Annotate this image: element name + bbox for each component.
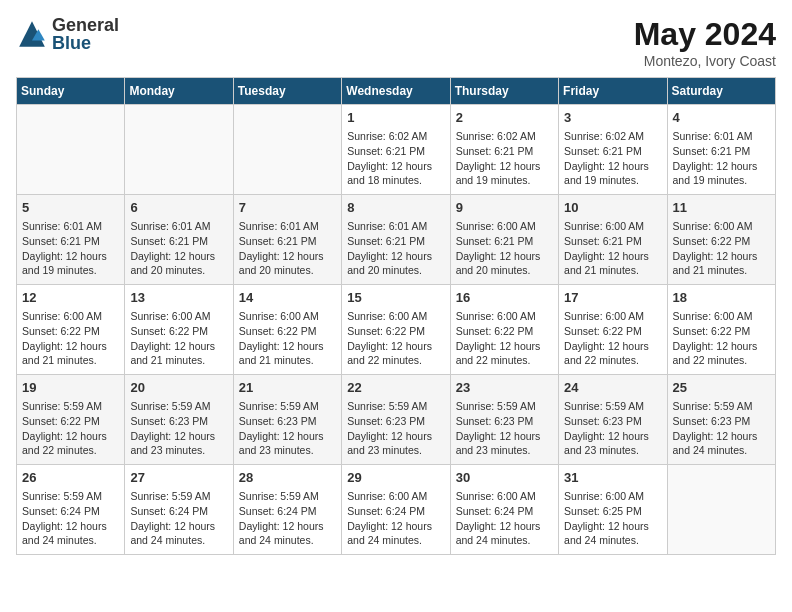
- calendar-header-thursday: Thursday: [450, 78, 558, 105]
- calendar-cell: [17, 105, 125, 195]
- day-info: Sunrise: 6:02 AM Sunset: 6:21 PM Dayligh…: [564, 129, 661, 188]
- day-number: 4: [673, 109, 770, 127]
- calendar-cell: 7Sunrise: 6:01 AM Sunset: 6:21 PM Daylig…: [233, 195, 341, 285]
- day-number: 6: [130, 199, 227, 217]
- day-number: 2: [456, 109, 553, 127]
- calendar-header-row: SundayMondayTuesdayWednesdayThursdayFrid…: [17, 78, 776, 105]
- calendar-table: SundayMondayTuesdayWednesdayThursdayFrid…: [16, 77, 776, 555]
- day-info: Sunrise: 6:00 AM Sunset: 6:22 PM Dayligh…: [347, 309, 444, 368]
- day-info: Sunrise: 6:02 AM Sunset: 6:21 PM Dayligh…: [456, 129, 553, 188]
- calendar-cell: 5Sunrise: 6:01 AM Sunset: 6:21 PM Daylig…: [17, 195, 125, 285]
- day-info: Sunrise: 6:01 AM Sunset: 6:21 PM Dayligh…: [673, 129, 770, 188]
- logo-icon: [16, 18, 48, 50]
- day-info: Sunrise: 6:00 AM Sunset: 6:22 PM Dayligh…: [673, 219, 770, 278]
- logo: General Blue: [16, 16, 119, 52]
- day-info: Sunrise: 5:59 AM Sunset: 6:24 PM Dayligh…: [130, 489, 227, 548]
- day-number: 5: [22, 199, 119, 217]
- calendar-week-row: 19Sunrise: 5:59 AM Sunset: 6:22 PM Dayli…: [17, 375, 776, 465]
- calendar-cell: [667, 465, 775, 555]
- day-number: 25: [673, 379, 770, 397]
- calendar-cell: 8Sunrise: 6:01 AM Sunset: 6:21 PM Daylig…: [342, 195, 450, 285]
- calendar-header-sunday: Sunday: [17, 78, 125, 105]
- day-number: 26: [22, 469, 119, 487]
- calendar-cell: 6Sunrise: 6:01 AM Sunset: 6:21 PM Daylig…: [125, 195, 233, 285]
- page-header: General Blue May 2024 Montezo, Ivory Coa…: [16, 16, 776, 69]
- calendar-cell: 9Sunrise: 6:00 AM Sunset: 6:21 PM Daylig…: [450, 195, 558, 285]
- calendar-cell: 21Sunrise: 5:59 AM Sunset: 6:23 PM Dayli…: [233, 375, 341, 465]
- day-number: 13: [130, 289, 227, 307]
- calendar-cell: 20Sunrise: 5:59 AM Sunset: 6:23 PM Dayli…: [125, 375, 233, 465]
- calendar-cell: 25Sunrise: 5:59 AM Sunset: 6:23 PM Dayli…: [667, 375, 775, 465]
- calendar-cell: 2Sunrise: 6:02 AM Sunset: 6:21 PM Daylig…: [450, 105, 558, 195]
- calendar-cell: 4Sunrise: 6:01 AM Sunset: 6:21 PM Daylig…: [667, 105, 775, 195]
- calendar-header-monday: Monday: [125, 78, 233, 105]
- day-number: 30: [456, 469, 553, 487]
- day-info: Sunrise: 6:00 AM Sunset: 6:24 PM Dayligh…: [456, 489, 553, 548]
- calendar-header-wednesday: Wednesday: [342, 78, 450, 105]
- day-info: Sunrise: 5:59 AM Sunset: 6:24 PM Dayligh…: [239, 489, 336, 548]
- calendar-cell: 14Sunrise: 6:00 AM Sunset: 6:22 PM Dayli…: [233, 285, 341, 375]
- calendar-cell: [233, 105, 341, 195]
- day-info: Sunrise: 5:59 AM Sunset: 6:23 PM Dayligh…: [673, 399, 770, 458]
- day-number: 27: [130, 469, 227, 487]
- day-info: Sunrise: 6:00 AM Sunset: 6:22 PM Dayligh…: [456, 309, 553, 368]
- calendar-cell: 26Sunrise: 5:59 AM Sunset: 6:24 PM Dayli…: [17, 465, 125, 555]
- calendar-week-row: 12Sunrise: 6:00 AM Sunset: 6:22 PM Dayli…: [17, 285, 776, 375]
- calendar-cell: 12Sunrise: 6:00 AM Sunset: 6:22 PM Dayli…: [17, 285, 125, 375]
- calendar-cell: 19Sunrise: 5:59 AM Sunset: 6:22 PM Dayli…: [17, 375, 125, 465]
- day-number: 20: [130, 379, 227, 397]
- day-number: 23: [456, 379, 553, 397]
- day-info: Sunrise: 5:59 AM Sunset: 6:22 PM Dayligh…: [22, 399, 119, 458]
- day-number: 3: [564, 109, 661, 127]
- day-info: Sunrise: 5:59 AM Sunset: 6:23 PM Dayligh…: [239, 399, 336, 458]
- calendar-header-saturday: Saturday: [667, 78, 775, 105]
- calendar-cell: 15Sunrise: 6:00 AM Sunset: 6:22 PM Dayli…: [342, 285, 450, 375]
- calendar-cell: 10Sunrise: 6:00 AM Sunset: 6:21 PM Dayli…: [559, 195, 667, 285]
- logo-blue-text: Blue: [52, 33, 91, 53]
- calendar-header-tuesday: Tuesday: [233, 78, 341, 105]
- day-number: 14: [239, 289, 336, 307]
- day-number: 15: [347, 289, 444, 307]
- day-info: Sunrise: 6:00 AM Sunset: 6:21 PM Dayligh…: [564, 219, 661, 278]
- day-info: Sunrise: 5:59 AM Sunset: 6:23 PM Dayligh…: [564, 399, 661, 458]
- day-number: 10: [564, 199, 661, 217]
- day-info: Sunrise: 6:01 AM Sunset: 6:21 PM Dayligh…: [347, 219, 444, 278]
- day-number: 18: [673, 289, 770, 307]
- calendar-cell: 30Sunrise: 6:00 AM Sunset: 6:24 PM Dayli…: [450, 465, 558, 555]
- calendar-cell: 29Sunrise: 6:00 AM Sunset: 6:24 PM Dayli…: [342, 465, 450, 555]
- day-info: Sunrise: 5:59 AM Sunset: 6:23 PM Dayligh…: [347, 399, 444, 458]
- calendar-cell: 27Sunrise: 5:59 AM Sunset: 6:24 PM Dayli…: [125, 465, 233, 555]
- day-number: 17: [564, 289, 661, 307]
- day-info: Sunrise: 6:00 AM Sunset: 6:22 PM Dayligh…: [673, 309, 770, 368]
- calendar-cell: 3Sunrise: 6:02 AM Sunset: 6:21 PM Daylig…: [559, 105, 667, 195]
- month-title: May 2024: [634, 16, 776, 53]
- day-number: 8: [347, 199, 444, 217]
- day-number: 11: [673, 199, 770, 217]
- day-number: 22: [347, 379, 444, 397]
- day-info: Sunrise: 6:00 AM Sunset: 6:25 PM Dayligh…: [564, 489, 661, 548]
- day-info: Sunrise: 6:00 AM Sunset: 6:22 PM Dayligh…: [564, 309, 661, 368]
- calendar-cell: 17Sunrise: 6:00 AM Sunset: 6:22 PM Dayli…: [559, 285, 667, 375]
- logo-general-text: General: [52, 15, 119, 35]
- day-number: 16: [456, 289, 553, 307]
- day-number: 21: [239, 379, 336, 397]
- calendar-week-row: 26Sunrise: 5:59 AM Sunset: 6:24 PM Dayli…: [17, 465, 776, 555]
- day-info: Sunrise: 6:01 AM Sunset: 6:21 PM Dayligh…: [239, 219, 336, 278]
- title-block: May 2024 Montezo, Ivory Coast: [634, 16, 776, 69]
- day-info: Sunrise: 6:01 AM Sunset: 6:21 PM Dayligh…: [130, 219, 227, 278]
- calendar-cell: 22Sunrise: 5:59 AM Sunset: 6:23 PM Dayli…: [342, 375, 450, 465]
- calendar-cell: 31Sunrise: 6:00 AM Sunset: 6:25 PM Dayli…: [559, 465, 667, 555]
- day-info: Sunrise: 6:01 AM Sunset: 6:21 PM Dayligh…: [22, 219, 119, 278]
- day-number: 31: [564, 469, 661, 487]
- day-info: Sunrise: 5:59 AM Sunset: 6:23 PM Dayligh…: [456, 399, 553, 458]
- calendar-cell: 13Sunrise: 6:00 AM Sunset: 6:22 PM Dayli…: [125, 285, 233, 375]
- day-info: Sunrise: 6:02 AM Sunset: 6:21 PM Dayligh…: [347, 129, 444, 188]
- day-info: Sunrise: 6:00 AM Sunset: 6:22 PM Dayligh…: [239, 309, 336, 368]
- day-number: 19: [22, 379, 119, 397]
- calendar-week-row: 5Sunrise: 6:01 AM Sunset: 6:21 PM Daylig…: [17, 195, 776, 285]
- calendar-cell: [125, 105, 233, 195]
- day-info: Sunrise: 5:59 AM Sunset: 6:24 PM Dayligh…: [22, 489, 119, 548]
- day-number: 9: [456, 199, 553, 217]
- day-info: Sunrise: 6:00 AM Sunset: 6:22 PM Dayligh…: [22, 309, 119, 368]
- calendar-header-friday: Friday: [559, 78, 667, 105]
